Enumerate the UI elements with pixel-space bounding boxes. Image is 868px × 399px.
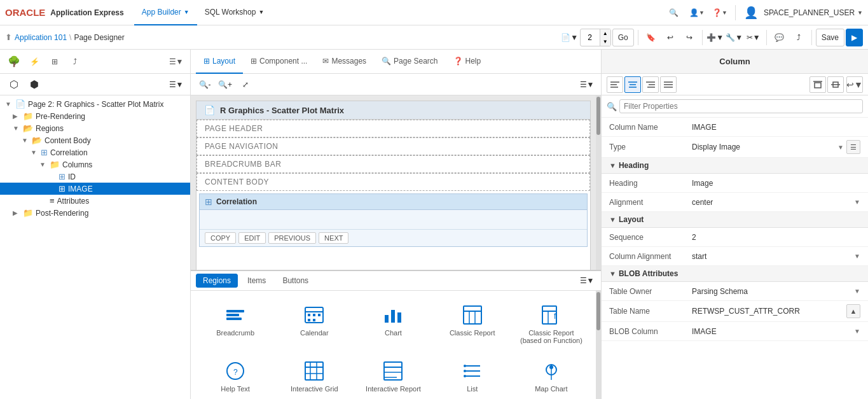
- tab-messages[interactable]: ✉ Messages: [315, 50, 374, 74]
- item-classic-report-fn[interactable]: f Classic Report (based on Function): [514, 298, 588, 349]
- column-alignment-select[interactable]: start ▼: [692, 252, 860, 261]
- tree-item-id[interactable]: ⊞ ID: [0, 171, 190, 183]
- tree-item-pre-rendering[interactable]: ▶ 📁 Pre-Rendering: [0, 110, 190, 122]
- copy-btn[interactable]: COPY: [205, 232, 236, 244]
- list-label: List: [467, 385, 478, 393]
- save-button[interactable]: Save: [816, 29, 844, 46]
- canvas-scrollbar[interactable]: [596, 95, 601, 270]
- tab-help[interactable]: ❓ Help: [446, 50, 489, 74]
- tree-view-btn[interactable]: 🌳: [5, 53, 23, 71]
- valign-top-btn[interactable]: [809, 76, 826, 93]
- nav-app-builder[interactable]: App Builder ▼: [134, 0, 197, 25]
- alignment-select[interactable]: center ▼: [692, 198, 860, 207]
- scissors-btn[interactable]: ✂▼: [745, 29, 762, 46]
- bookmark-btn[interactable]: 🔖: [642, 29, 660, 46]
- canvas-content-body: CONTENT BODY: [196, 173, 590, 191]
- tree-item-regions[interactable]: ▼ 📂 Regions: [0, 122, 190, 134]
- item-breadcrumb[interactable]: Breadcrumb: [198, 298, 272, 349]
- region-grid-icon: ⊞: [205, 197, 212, 207]
- left-menu-btn[interactable]: ☰▼: [167, 53, 185, 71]
- user-menu-btn[interactable]: 👤 ▼: [687, 3, 707, 23]
- left-filter-btn[interactable]: ☰▼: [167, 76, 185, 94]
- filter-input[interactable]: [619, 99, 863, 113]
- share-btn[interactable]: ⤴: [790, 29, 808, 46]
- item-help-text[interactable]: ? Help Text: [198, 354, 272, 398]
- tab-page-search[interactable]: 🔍 Page Search: [374, 50, 445, 74]
- redo-btn[interactable]: ↪: [680, 29, 698, 46]
- item-list[interactable]: List: [436, 354, 509, 398]
- blob-column-select[interactable]: IMAGE ▼: [692, 327, 860, 336]
- undo-btn[interactable]: ↩: [661, 29, 679, 46]
- table-owner-select[interactable]: Parsing Schema ▼: [692, 287, 860, 296]
- tree-item-attributes[interactable]: ≡ Attributes: [0, 195, 190, 207]
- run-button[interactable]: ▶: [846, 29, 863, 46]
- page-template-btn[interactable]: 📄▼: [561, 29, 579, 46]
- table-name-up-btn[interactable]: ▲: [846, 304, 860, 318]
- sort-desc-btn[interactable]: ⬢: [25, 76, 43, 94]
- page-down-arrow[interactable]: ▼: [600, 38, 610, 46]
- tree-item-columns[interactable]: ▼ 📁 Columns: [0, 158, 190, 171]
- wrench-btn[interactable]: 🔧▼: [726, 29, 743, 46]
- nav-sql-workshop[interactable]: SQL Workshop ▼: [197, 0, 272, 25]
- table-name-wrapper: RETWSP_CUST_ATTR_CORR ▲: [692, 304, 860, 318]
- add-btn[interactable]: ➕▼: [706, 29, 724, 46]
- chat-btn[interactable]: 💬: [771, 29, 789, 46]
- zoom-in-btn[interactable]: 🔍+: [216, 76, 234, 94]
- item-interactive-grid[interactable]: Interactive Grid: [277, 354, 351, 398]
- type-select[interactable]: Display Image ▼: [692, 143, 844, 151]
- item-map-chart[interactable]: Map Chart: [514, 354, 588, 398]
- flash-btn[interactable]: ⚡: [25, 53, 43, 71]
- tree-item-post-rendering[interactable]: ▶ 📁 Post-Rendering: [0, 207, 190, 219]
- item-interactive-report[interactable]: Interactive Report: [356, 354, 430, 398]
- item-classic-report[interactable]: Classic Report: [436, 298, 509, 349]
- heading-section[interactable]: ▼ Heading: [602, 158, 868, 174]
- tab-layout[interactable]: ⊞ Layout: [196, 50, 243, 74]
- app-link[interactable]: Application 101: [15, 33, 67, 42]
- blob-section[interactable]: ▼ BLOB Attributes: [602, 266, 868, 282]
- grid-btn[interactable]: ⊞: [46, 53, 64, 71]
- svg-rect-10: [385, 315, 389, 323]
- item-chart[interactable]: Chart: [356, 298, 430, 349]
- sep2: [702, 30, 703, 45]
- svg-rect-9: [313, 319, 315, 321]
- tree-item-content-body[interactable]: ▼ 📂 Content Body: [0, 134, 190, 146]
- help-btn[interactable]: ❓ ▼: [710, 3, 730, 23]
- tab-component[interactable]: ⊞ Component ...: [243, 50, 315, 74]
- go-button[interactable]: Go: [612, 29, 634, 46]
- canvas-correlation-region: ⊞ Correlation COPY EDIT PREVIOUS NEXT: [199, 193, 588, 247]
- bottom-scrollbar[interactable]: [596, 291, 601, 399]
- page-up-arrow[interactable]: ▲: [600, 29, 610, 38]
- align-center-btn[interactable]: [624, 76, 641, 93]
- layout-section[interactable]: ▼ Layout: [602, 212, 868, 228]
- tree-item-image[interactable]: ⊞ IMAGE: [0, 183, 190, 195]
- toggle-image: [48, 185, 56, 192]
- align-left-btn[interactable]: [607, 76, 623, 93]
- avatar-btn[interactable]: 👤: [741, 3, 761, 23]
- valign-mid-btn[interactable]: [827, 76, 844, 93]
- right-return-btn[interactable]: ↩▼: [846, 76, 863, 93]
- align-right-btn[interactable]: [642, 76, 659, 93]
- sort-asc-btn[interactable]: ⬡: [5, 76, 23, 94]
- item-calendar[interactable]: Calendar: [277, 298, 351, 349]
- previous-btn[interactable]: PREVIOUS: [268, 232, 316, 244]
- expand-btn[interactable]: ⤢: [237, 76, 254, 94]
- edit-btn[interactable]: EDIT: [238, 232, 266, 244]
- messages-icon: ✉: [322, 57, 329, 66]
- bottom-tab-buttons[interactable]: Buttons: [275, 274, 315, 288]
- layout-section-label: Layout: [619, 215, 644, 224]
- canvas-menu-btn[interactable]: ☰▼: [578, 76, 596, 94]
- tree-item-page-root[interactable]: ▼ 📄 Page 2: R Graphics - Scatter Plot Ma…: [0, 98, 190, 110]
- bottom-tab-items[interactable]: Items: [240, 274, 273, 288]
- tree-item-correlation[interactable]: ▼ ⊞ Correlation: [0, 146, 190, 158]
- page-number-input[interactable]: [581, 33, 600, 42]
- zoom-out-btn[interactable]: 🔍-: [196, 76, 214, 94]
- toggle-columns: ▼: [39, 161, 47, 168]
- bottom-scroll-wrapper: Breadcrumb Calendar: [191, 291, 601, 399]
- bottom-tab-regions[interactable]: Regions: [196, 274, 238, 288]
- bottom-menu-btn[interactable]: ☰▼: [578, 272, 596, 290]
- type-list-btn[interactable]: ☰: [846, 140, 860, 154]
- search-icon-btn[interactable]: 🔍: [664, 3, 684, 23]
- align-justify-btn[interactable]: [660, 76, 677, 93]
- next-btn[interactable]: NEXT: [319, 232, 348, 244]
- share2-btn[interactable]: ⤴: [66, 53, 84, 71]
